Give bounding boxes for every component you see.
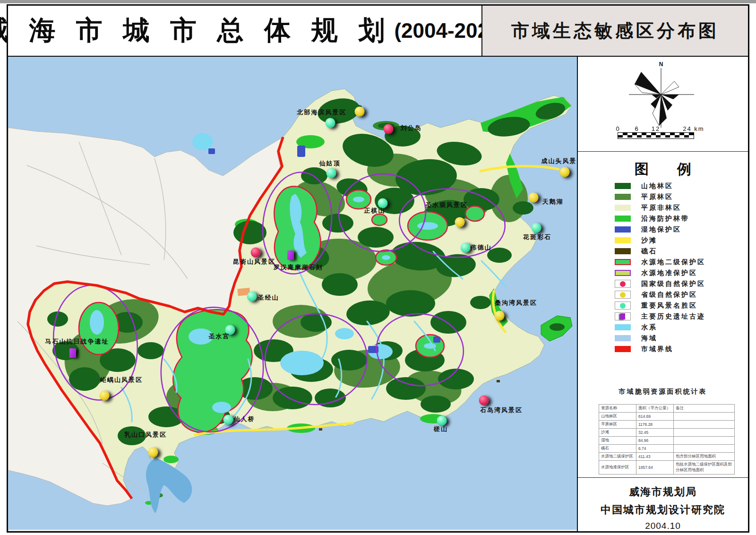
legend-label: 重要风景名胜区 (641, 302, 697, 310)
map-label: 刘公岛 (401, 124, 422, 132)
header-title-block: 威 海 市 城 市 总 体 规 划 (2004-2020) (8, 6, 481, 56)
sheet-subtitle: 市域生态敏感区分布图 (511, 19, 719, 43)
map-label: 岠嵎山风景区 (100, 376, 143, 384)
legend-marker-dot (620, 303, 626, 309)
legend-item: 山地林区 (615, 181, 705, 191)
marker-scenic (437, 416, 447, 426)
marker-scenic (223, 415, 233, 425)
stat-table-cell: 6.74 (636, 445, 674, 453)
map-label: 圣水观风景区 (425, 201, 468, 209)
stat-table-row: 水源地准保护区1857.64包括水源地二级保护区面积及部分林区用地面积 (599, 461, 735, 475)
north-label: N (659, 61, 663, 68)
stat-table-cell: 水源地准保护区 (599, 461, 636, 475)
stat-table-cell: 包括水源地二级保护区面积及部分林区用地面积 (674, 461, 735, 475)
marker-provincial (148, 448, 158, 457)
legend-swatch (615, 248, 631, 254)
legend-label: 市域界线 (641, 345, 673, 354)
marker-provincial (560, 167, 570, 177)
scale-tick: 12 (652, 125, 660, 132)
legend-swatch (615, 312, 631, 320)
legend-label: 省级自然保护区 (641, 291, 697, 299)
stat-table-cell: 礁石 (599, 445, 636, 453)
stat-table-cell (674, 437, 735, 445)
stat-table-row: 山地林区614.69 (599, 413, 735, 421)
map-label: 正棋山 (364, 207, 386, 215)
marker-national (384, 124, 394, 134)
stat-table-row: 礁石6.74 (599, 445, 735, 453)
legend-item: 海域 (615, 333, 705, 344)
map-terrain (8, 57, 577, 530)
stat-table-cell: 平原林区 (599, 421, 636, 429)
divider (578, 151, 748, 152)
legend-item: 平原林区 (615, 191, 705, 202)
stat-table-cell: 411.43 (636, 453, 674, 461)
legend-swatch (615, 270, 631, 276)
marker-scenic (326, 168, 336, 178)
marker-national (251, 248, 261, 258)
stat-table-header: 面积（平方公里） (636, 405, 674, 413)
legend-swatch (615, 324, 631, 330)
stat-table-row: 湿地84.96 (599, 437, 735, 445)
map-label: 伟德山 (471, 243, 492, 252)
legend-label: 礁石 (641, 247, 657, 256)
legend-label: 平原非林区 (641, 204, 681, 212)
marker-provincial (355, 107, 365, 117)
legend-swatch (615, 335, 631, 341)
legend-swatch (615, 194, 631, 200)
scan-edge-strip (0, 0, 756, 3)
map-label: 北部海滨风景区 (297, 108, 347, 117)
legend-label: 水源地准保护区 (641, 269, 697, 277)
scale-tick: 24 km (683, 125, 704, 132)
map-label: 槎山 (434, 425, 448, 433)
legend-item: 市域界线 (615, 344, 705, 354)
legend-label: 沙滩 (641, 236, 657, 245)
marker-scenic (326, 118, 335, 128)
map-label: 乳山口风景区 (124, 431, 167, 439)
map-label: 仙人桥 (234, 415, 255, 423)
legend-label: 国家级自然保护区 (641, 280, 705, 288)
legend-swatch (615, 205, 631, 211)
scale-bar: 0 6 12 24 km (618, 132, 694, 139)
legend-swatch (615, 280, 631, 288)
legend-item: 水源地二级保护区 (615, 257, 705, 268)
legend-swatch (615, 291, 631, 299)
marker-heritage (69, 348, 76, 358)
stat-table: 资源名称面积（平方公里）备注 山地林区614.69平原林区1176.28沙滩32… (599, 404, 735, 475)
north-arrow: N (623, 60, 699, 131)
legend-item: 沿海防护林带 (615, 213, 705, 224)
stat-table-cell: 84.96 (636, 437, 674, 445)
stat-table-cell (674, 445, 735, 453)
legend-item: 平原非林区 (615, 202, 705, 213)
legend-swatch (615, 183, 631, 189)
marker-provincial (455, 217, 465, 227)
legend-item: 礁石 (615, 246, 705, 257)
map-label: 石岛湾风景区 (480, 406, 523, 414)
legend-marker-dot (620, 281, 626, 287)
divider (578, 477, 748, 478)
stat-table-cell: 水源地二级保护区 (599, 453, 636, 461)
stat-table-cell: 32.45 (636, 429, 674, 437)
legend-label: 海域 (641, 334, 657, 343)
marker-scenic (247, 292, 257, 302)
stat-table-cell: 1857.64 (636, 461, 674, 475)
legend-title: 图例 (578, 160, 748, 179)
legend-swatch (615, 259, 631, 265)
credit-institute: 中国城市规划设计研究院 (578, 503, 748, 517)
credits-block: 威海市规划局 中国城市规划设计研究院 2004.10 (578, 481, 748, 531)
map-label: 成山头风景 (541, 157, 577, 165)
plan-title: 威 海 市 城 市 总 体 规 划 (0, 13, 391, 49)
legend-item: 沙滩 (615, 235, 705, 246)
scale-tick: 6 (635, 125, 639, 132)
legend-label: 山地林区 (641, 182, 673, 190)
header: 威 海 市 城 市 总 体 规 划 (2004-2020) 市域生态敏感区分布图 (8, 6, 748, 57)
legend-list: 山地林区平原林区平原非林区沿海防护林带湿地保护区沙滩礁石水源地二级保护区水源地准… (615, 181, 705, 354)
scale-tick: 0 (616, 125, 620, 132)
map-label: 圣水宫 (209, 332, 230, 341)
stat-table-header: 备注 (674, 405, 735, 413)
map-label: 昆嵛山风景区 (233, 258, 275, 266)
legend-swatch (615, 216, 631, 222)
marker-heritage (287, 250, 294, 260)
credit-date: 2004.10 (578, 521, 748, 531)
stat-table-title: 市域脆弱资源面积统计表 (578, 388, 748, 396)
map-panel: 北部海滨风景区刘公岛仙姑顶成山头风景天鹅湖正棋山圣水观风景区花斑彩石伟德山昆嵛山… (8, 57, 577, 530)
